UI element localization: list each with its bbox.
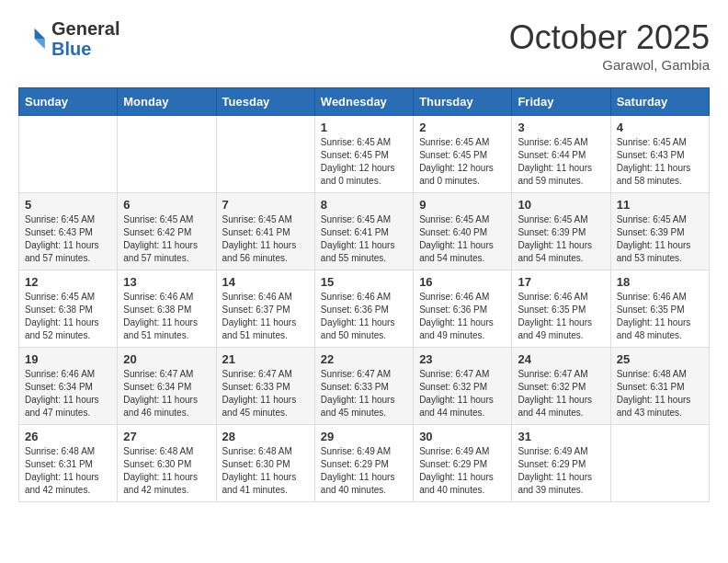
calendar-cell: 31Sunrise: 6:49 AM Sunset: 6:29 PM Dayli… [512, 425, 610, 502]
day-info: Sunrise: 6:45 AM Sunset: 6:44 PM Dayligh… [518, 136, 604, 188]
day-info: Sunrise: 6:46 AM Sunset: 6:38 PM Dayligh… [123, 291, 210, 342]
day-number: 4 [617, 121, 703, 134]
day-info: Sunrise: 6:46 AM Sunset: 6:35 PM Dayligh… [617, 291, 703, 342]
day-info: Sunrise: 6:48 AM Sunset: 6:30 PM Dayligh… [123, 445, 210, 497]
day-number: 20 [123, 352, 210, 366]
day-of-week-header: Tuesday [216, 88, 314, 116]
location-subtitle: Garawol, Gambia [509, 57, 710, 73]
calendar-cell [118, 116, 216, 193]
calendar-cell [19, 116, 118, 193]
day-of-week-header: Saturday [610, 88, 709, 116]
day-number: 25 [617, 352, 703, 366]
day-info: Sunrise: 6:46 AM Sunset: 6:36 PM Dayligh… [321, 291, 407, 342]
calendar-table: SundayMondayTuesdayWednesdayThursdayFrid… [18, 87, 710, 502]
calendar-cell: 4Sunrise: 6:45 AM Sunset: 6:43 PM Daylig… [610, 116, 709, 193]
calendar-cell: 14Sunrise: 6:46 AM Sunset: 6:37 PM Dayli… [216, 270, 314, 348]
day-number: 7 [222, 198, 309, 212]
day-number: 15 [321, 275, 407, 289]
day-info: Sunrise: 6:45 AM Sunset: 6:43 PM Dayligh… [25, 213, 111, 265]
day-number: 29 [321, 430, 407, 443]
calendar-cell: 30Sunrise: 6:49 AM Sunset: 6:29 PM Dayli… [414, 425, 512, 502]
calendar-cell: 22Sunrise: 6:47 AM Sunset: 6:33 PM Dayli… [314, 348, 413, 425]
calendar-cell: 28Sunrise: 6:48 AM Sunset: 6:30 PM Dayli… [216, 425, 314, 502]
title-area: October 2025 Garawol, Gambia [509, 18, 710, 73]
day-number: 3 [518, 121, 604, 134]
day-number: 2 [419, 121, 506, 134]
calendar-cell: 27Sunrise: 6:48 AM Sunset: 6:30 PM Dayli… [118, 425, 216, 502]
calendar-cell: 7Sunrise: 6:45 AM Sunset: 6:41 PM Daylig… [216, 193, 314, 270]
day-info: Sunrise: 6:47 AM Sunset: 6:34 PM Dayligh… [123, 368, 210, 419]
calendar-cell: 3Sunrise: 6:45 AM Sunset: 6:44 PM Daylig… [512, 116, 610, 193]
day-number: 18 [617, 275, 703, 289]
day-info: Sunrise: 6:49 AM Sunset: 6:29 PM Dayligh… [419, 445, 506, 497]
day-number: 5 [25, 198, 111, 212]
calendar-cell: 6Sunrise: 6:45 AM Sunset: 6:42 PM Daylig… [118, 193, 216, 270]
day-number: 23 [419, 352, 506, 366]
day-of-week-header: Monday [118, 88, 216, 116]
calendar-week-row: 12Sunrise: 6:45 AM Sunset: 6:38 PM Dayli… [19, 270, 710, 348]
day-number: 1 [321, 121, 407, 134]
logo-blue: Blue [51, 39, 119, 59]
day-number: 26 [25, 430, 111, 443]
day-info: Sunrise: 6:48 AM Sunset: 6:31 PM Dayligh… [25, 445, 111, 497]
day-info: Sunrise: 6:48 AM Sunset: 6:30 PM Dayligh… [222, 445, 309, 497]
calendar-week-row: 5Sunrise: 6:45 AM Sunset: 6:43 PM Daylig… [19, 193, 710, 270]
calendar-cell: 5Sunrise: 6:45 AM Sunset: 6:43 PM Daylig… [19, 193, 118, 270]
day-number: 11 [617, 198, 703, 212]
day-number: 21 [222, 352, 309, 366]
calendar-header-row: SundayMondayTuesdayWednesdayThursdayFrid… [19, 88, 710, 116]
month-title: October 2025 [509, 18, 710, 57]
day-number: 14 [222, 275, 309, 289]
day-info: Sunrise: 6:47 AM Sunset: 6:33 PM Dayligh… [321, 368, 407, 419]
calendar-cell: 15Sunrise: 6:46 AM Sunset: 6:36 PM Dayli… [314, 270, 413, 348]
day-number: 31 [518, 430, 604, 443]
calendar-cell: 9Sunrise: 6:45 AM Sunset: 6:40 PM Daylig… [414, 193, 512, 270]
svg-marker-0 [35, 29, 45, 39]
day-number: 30 [419, 430, 506, 443]
day-info: Sunrise: 6:45 AM Sunset: 6:41 PM Dayligh… [222, 213, 309, 265]
calendar-cell: 18Sunrise: 6:46 AM Sunset: 6:35 PM Dayli… [610, 270, 709, 348]
day-info: Sunrise: 6:46 AM Sunset: 6:34 PM Dayligh… [25, 368, 111, 419]
day-info: Sunrise: 6:45 AM Sunset: 6:39 PM Dayligh… [518, 213, 604, 265]
day-info: Sunrise: 6:47 AM Sunset: 6:32 PM Dayligh… [419, 368, 506, 419]
calendar-week-row: 1Sunrise: 6:45 AM Sunset: 6:45 PM Daylig… [19, 116, 710, 193]
logo-icon [18, 24, 48, 53]
calendar-week-row: 19Sunrise: 6:46 AM Sunset: 6:34 PM Dayli… [19, 348, 710, 425]
calendar-cell: 21Sunrise: 6:47 AM Sunset: 6:33 PM Dayli… [216, 348, 314, 425]
day-number: 17 [518, 275, 604, 289]
calendar-cell: 29Sunrise: 6:49 AM Sunset: 6:29 PM Dayli… [314, 425, 413, 502]
calendar-cell: 11Sunrise: 6:45 AM Sunset: 6:39 PM Dayli… [610, 193, 709, 270]
calendar-cell: 1Sunrise: 6:45 AM Sunset: 6:45 PM Daylig… [314, 116, 413, 193]
day-info: Sunrise: 6:49 AM Sunset: 6:29 PM Dayligh… [518, 445, 604, 497]
day-number: 22 [321, 352, 407, 366]
day-info: Sunrise: 6:45 AM Sunset: 6:45 PM Dayligh… [321, 136, 407, 188]
day-info: Sunrise: 6:48 AM Sunset: 6:31 PM Dayligh… [617, 368, 703, 419]
calendar-cell: 26Sunrise: 6:48 AM Sunset: 6:31 PM Dayli… [19, 425, 118, 502]
calendar-cell: 2Sunrise: 6:45 AM Sunset: 6:45 PM Daylig… [414, 116, 512, 193]
svg-marker-1 [35, 39, 45, 49]
calendar-cell [610, 425, 709, 502]
calendar-week-row: 26Sunrise: 6:48 AM Sunset: 6:31 PM Dayli… [19, 425, 710, 502]
calendar-cell: 19Sunrise: 6:46 AM Sunset: 6:34 PM Dayli… [19, 348, 118, 425]
day-number: 24 [518, 352, 604, 366]
day-number: 19 [25, 352, 111, 366]
day-info: Sunrise: 6:46 AM Sunset: 6:35 PM Dayligh… [518, 291, 604, 342]
day-of-week-header: Friday [512, 88, 610, 116]
calendar-cell: 24Sunrise: 6:47 AM Sunset: 6:32 PM Dayli… [512, 348, 610, 425]
calendar-cell: 12Sunrise: 6:45 AM Sunset: 6:38 PM Dayli… [19, 270, 118, 348]
logo: General Blue [18, 18, 119, 59]
day-info: Sunrise: 6:45 AM Sunset: 6:41 PM Dayligh… [321, 213, 407, 265]
calendar-cell: 10Sunrise: 6:45 AM Sunset: 6:39 PM Dayli… [512, 193, 610, 270]
day-info: Sunrise: 6:47 AM Sunset: 6:32 PM Dayligh… [518, 368, 604, 419]
calendar-cell: 17Sunrise: 6:46 AM Sunset: 6:35 PM Dayli… [512, 270, 610, 348]
day-info: Sunrise: 6:45 AM Sunset: 6:42 PM Dayligh… [123, 213, 210, 265]
logo-general: General [51, 18, 119, 39]
calendar-cell: 8Sunrise: 6:45 AM Sunset: 6:41 PM Daylig… [314, 193, 413, 270]
calendar-cell: 20Sunrise: 6:47 AM Sunset: 6:34 PM Dayli… [118, 348, 216, 425]
calendar-cell: 23Sunrise: 6:47 AM Sunset: 6:32 PM Dayli… [414, 348, 512, 425]
day-number: 10 [518, 198, 604, 212]
day-of-week-header: Wednesday [314, 88, 413, 116]
calendar-cell: 25Sunrise: 6:48 AM Sunset: 6:31 PM Dayli… [610, 348, 709, 425]
day-info: Sunrise: 6:45 AM Sunset: 6:38 PM Dayligh… [25, 291, 111, 342]
day-number: 8 [321, 198, 407, 212]
